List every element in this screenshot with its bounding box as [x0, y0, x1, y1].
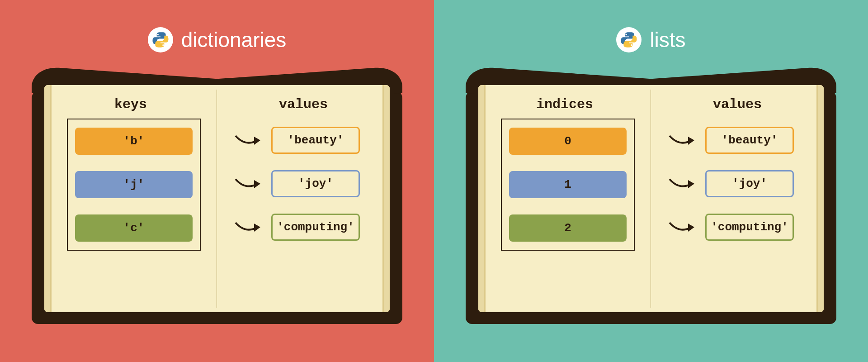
keys-header: keys	[58, 97, 203, 112]
indices-container: 0 1 2	[501, 119, 635, 251]
values-page: values 'beauty' 'joy' 'computing'	[217, 85, 390, 312]
svg-point-3	[631, 44, 632, 46]
index-chip: 0	[509, 128, 627, 155]
value-row: 'beauty'	[234, 127, 360, 154]
value-chip: 'computing'	[705, 214, 794, 241]
indices-page: indices 0 1 2	[478, 85, 651, 312]
values-header: values	[665, 97, 810, 112]
value-row: 'beauty'	[668, 127, 794, 154]
title-row: dictionaries	[148, 27, 287, 52]
svg-point-0	[157, 34, 158, 35]
key-chip: 'c'	[75, 214, 193, 242]
python-logo-icon	[148, 27, 173, 52]
value-row: 'joy'	[668, 170, 794, 197]
key-chip: 'j'	[75, 171, 193, 198]
arrow-right-icon	[234, 218, 266, 236]
value-chip: 'beauty'	[271, 127, 360, 154]
value-chip: 'computing'	[271, 214, 360, 241]
svg-point-1	[162, 44, 164, 46]
keys-page: keys 'b' 'j' 'c'	[44, 85, 217, 312]
values-container: 'beauty' 'joy' 'computing'	[231, 119, 367, 249]
key-chip: 'b'	[75, 128, 193, 155]
arrow-right-icon	[668, 131, 700, 149]
indices-header: indices	[492, 97, 637, 112]
value-chip: 'joy'	[705, 170, 794, 197]
keys-container: 'b' 'j' 'c'	[67, 119, 201, 251]
svg-point-2	[626, 34, 627, 35]
values-page: values 'beauty' 'joy' 'computing'	[651, 85, 824, 312]
values-header: values	[231, 97, 376, 112]
book-graphic: keys 'b' 'j' 'c' values 'beauty'	[32, 71, 402, 324]
arrow-right-icon	[668, 175, 700, 193]
value-chip: 'beauty'	[705, 127, 794, 154]
value-row: 'computing'	[668, 214, 794, 241]
value-row: 'joy'	[234, 170, 360, 197]
arrow-right-icon	[668, 218, 700, 236]
panel-title: lists	[650, 28, 685, 52]
title-row: lists	[616, 27, 685, 52]
lists-panel: lists indices 0 1 2 values 'beauty'	[434, 0, 868, 362]
panel-title: dictionaries	[181, 28, 287, 52]
index-chip: 1	[509, 171, 627, 198]
dictionaries-panel: dictionaries keys 'b' 'j' 'c' values 'be…	[0, 0, 434, 362]
value-chip: 'joy'	[271, 170, 360, 197]
index-chip: 2	[509, 214, 627, 242]
arrow-right-icon	[234, 175, 266, 193]
book-graphic: indices 0 1 2 values 'beauty' '	[466, 71, 836, 324]
arrow-right-icon	[234, 131, 266, 149]
value-row: 'computing'	[234, 214, 360, 241]
python-logo-icon	[616, 27, 642, 52]
values-container: 'beauty' 'joy' 'computing'	[665, 119, 801, 249]
